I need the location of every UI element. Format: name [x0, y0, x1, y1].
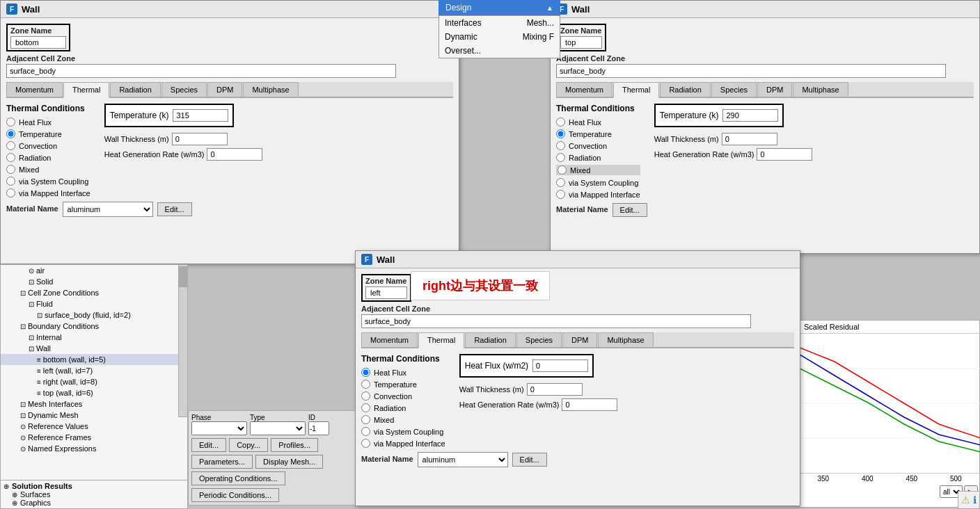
zone-name-value-bottom[interactable]: bottom	[10, 36, 66, 49]
surfaces-item[interactable]: ⊕ Surfaces	[3, 490, 184, 499]
heat-gen-input-bottom[interactable]	[207, 148, 262, 161]
material-select-bottom[interactable]: aluminum	[63, 202, 153, 217]
zone-name-value-left[interactable]: left	[365, 286, 407, 299]
radio-convection-left[interactable]: Convection	[361, 391, 445, 401]
periodic-conditions-btn[interactable]: Periodic Conditions...	[191, 488, 279, 502]
copy-btn[interactable]: Copy...	[229, 438, 268, 452]
material-edit-btn-top[interactable]: Edit...	[612, 203, 647, 217]
tree-item-surface-body[interactable]: ⊡ surface_body (fluid, id=2)	[1, 309, 187, 321]
tree-item-dynamic-mesh[interactable]: ⊡ Dynamic Mesh	[1, 410, 187, 421]
radio-mixed-bottom[interactable]: Mixed	[6, 165, 90, 174]
tree-item-left-wall[interactable]: ≡ left (wall, id=7)	[1, 365, 187, 376]
radio-mapped-interface-left[interactable]: via Mapped Interface	[361, 439, 445, 448]
scrollbar-left[interactable]	[178, 264, 188, 417]
dropdown-interfaces[interactable]: Interfaces Mesh...	[439, 16, 560, 30]
radio-system-coupling-bottom[interactable]: via System Coupling	[6, 177, 90, 186]
radio-radiation-top[interactable]: Radiation	[556, 153, 640, 162]
material-edit-btn-bottom[interactable]: Edit...	[157, 202, 192, 216]
wall-thickness-input-left[interactable]	[527, 383, 583, 396]
tab-dpm-left[interactable]: DPM	[562, 332, 597, 347]
adjacent-input-top[interactable]	[556, 64, 946, 78]
tree-item-reference-values[interactable]: ⊙ Reference Values	[1, 421, 187, 432]
tree-item-bottom-wall[interactable]: ≡ bottom (wall, id=5)	[1, 354, 187, 365]
tab-thermal-bottom[interactable]: Thermal	[63, 82, 109, 98]
tree-item-fluid[interactable]: ⊡ Fluid	[1, 298, 187, 309]
tab-radiation-left[interactable]: Radiation	[465, 332, 515, 347]
tree-item-reference-frames[interactable]: ⊙ Reference Frames	[1, 432, 187, 443]
design-toolbar[interactable]: Design ▲	[438, 0, 560, 15]
interfaces-label: Interfaces	[445, 18, 482, 28]
tree-item-internal[interactable]: ⊡ Internal	[1, 332, 187, 343]
display-mesh-btn[interactable]: Display Mesh...	[255, 455, 323, 469]
radio-temperature-left[interactable]: Temperature	[361, 380, 445, 389]
id-input[interactable]	[308, 421, 329, 435]
heat-flux-input-left[interactable]	[532, 359, 588, 372]
dropdown-dynamic[interactable]: Dynamic Mixing F	[439, 30, 560, 44]
tab-multiphase-left[interactable]: Multiphase	[598, 332, 653, 347]
radio-mapped-interface-top[interactable]: via Mapped Interface	[556, 190, 640, 199]
parameters-btn[interactable]: Parameters...	[191, 455, 253, 469]
radio-radiation-bottom[interactable]: Radiation	[6, 153, 90, 162]
tab-species-left[interactable]: Species	[516, 332, 562, 347]
tree-item-boundary-conditions[interactable]: ⊡ Boundary Conditions	[1, 321, 187, 332]
adjacent-label-left: Adjacent Cell Zone	[361, 305, 794, 313]
radio-system-coupling-left[interactable]: via System Coupling	[361, 427, 445, 436]
radio-convection-top[interactable]: Convection	[556, 141, 640, 150]
tab-species-top[interactable]: Species	[711, 82, 757, 97]
tree-item-solid[interactable]: ⊡ Solid	[1, 276, 187, 287]
tab-momentum-top[interactable]: Momentum	[556, 82, 612, 97]
radio-heat-flux-left[interactable]: Heat Flux	[361, 368, 445, 377]
radio-convection-bottom[interactable]: Convection	[6, 141, 90, 150]
radio-heat-flux-bottom[interactable]: Heat Flux	[6, 118, 90, 127]
scrollbar-thumb[interactable]	[179, 266, 187, 287]
tree-item-top-wall[interactable]: ≡ top (wall, id=6)	[1, 387, 187, 398]
tab-radiation-top[interactable]: Radiation	[660, 82, 710, 97]
wall-thickness-input-top[interactable]	[722, 133, 777, 145]
tab-momentum-left[interactable]: Momentum	[361, 332, 418, 347]
design-triangle[interactable]: ▲	[546, 4, 553, 12]
radio-heat-flux-top[interactable]: Heat Flux	[556, 118, 640, 127]
adjacent-input-bottom[interactable]	[6, 64, 396, 78]
temperature-input-bottom[interactable]	[173, 109, 228, 122]
radio-radiation-left[interactable]: Radiation	[361, 403, 445, 412]
radio-system-coupling-top[interactable]: via System Coupling	[556, 178, 640, 187]
tab-dpm-top[interactable]: DPM	[757, 82, 792, 97]
adjacent-input-left[interactable]	[361, 314, 751, 328]
tree-item-named-expressions[interactable]: ⊙ Named Expressions	[1, 443, 187, 454]
heat-gen-input-left[interactable]	[562, 398, 617, 411]
fluent-icon-bottom: F	[6, 3, 17, 15]
zone-name-value-top[interactable]: top	[560, 36, 602, 49]
tab-multiphase-top[interactable]: Multiphase	[793, 82, 848, 97]
operating-conditions-btn[interactable]: Operating Conditions...	[191, 471, 285, 485]
tab-species-bottom[interactable]: Species	[161, 82, 207, 97]
tree-item-wall[interactable]: ⊡ Wall	[1, 343, 187, 354]
dropdown-overset[interactable]: Overset...	[439, 44, 560, 58]
radio-temperature-top[interactable]: Temperature	[556, 129, 640, 138]
radio-temperature-bottom[interactable]: Temperature	[6, 129, 90, 138]
solution-results-header[interactable]: ⊕ Solution Results	[3, 482, 184, 490]
edit-btn[interactable]: Edit...	[191, 438, 226, 452]
tab-radiation-bottom[interactable]: Radiation	[110, 82, 160, 97]
tab-momentum-bottom[interactable]: Momentum	[6, 82, 63, 97]
graphics-item[interactable]: ⊕ Graphics	[3, 499, 184, 507]
profiles-btn[interactable]: Profiles...	[271, 438, 318, 452]
tab-thermal-left[interactable]: Thermal	[418, 332, 464, 348]
material-select-left[interactable]: aluminum	[418, 452, 508, 467]
type-select[interactable]	[250, 421, 306, 435]
tab-dpm-bottom[interactable]: DPM	[207, 82, 242, 97]
phase-select[interactable]	[191, 421, 247, 435]
tree-item-air[interactable]: ⊙ air	[1, 265, 187, 276]
material-edit-btn-left[interactable]: Edit...	[512, 453, 547, 467]
annotation-box: right边与其设置一致	[411, 271, 550, 300]
tree-item-cell-zone-conditions[interactable]: ⊡ Cell Zone Conditions	[1, 287, 187, 298]
radio-mixed-top[interactable]: Mixed	[556, 165, 640, 175]
radio-mixed-left[interactable]: Mixed	[361, 415, 445, 424]
temperature-input-top[interactable]	[722, 109, 778, 122]
radio-mapped-interface-bottom[interactable]: via Mapped Interface	[6, 188, 90, 197]
tree-item-mesh-interfaces[interactable]: ⊡ Mesh Interfaces	[1, 398, 187, 410]
heat-gen-input-top[interactable]	[757, 148, 812, 161]
wall-thickness-input-bottom[interactable]	[172, 133, 228, 145]
tab-thermal-top[interactable]: Thermal	[613, 82, 659, 98]
tab-multiphase-bottom[interactable]: Multiphase	[243, 82, 298, 97]
tree-item-right-wall[interactable]: ≡ right (wall, id=8)	[1, 376, 187, 387]
